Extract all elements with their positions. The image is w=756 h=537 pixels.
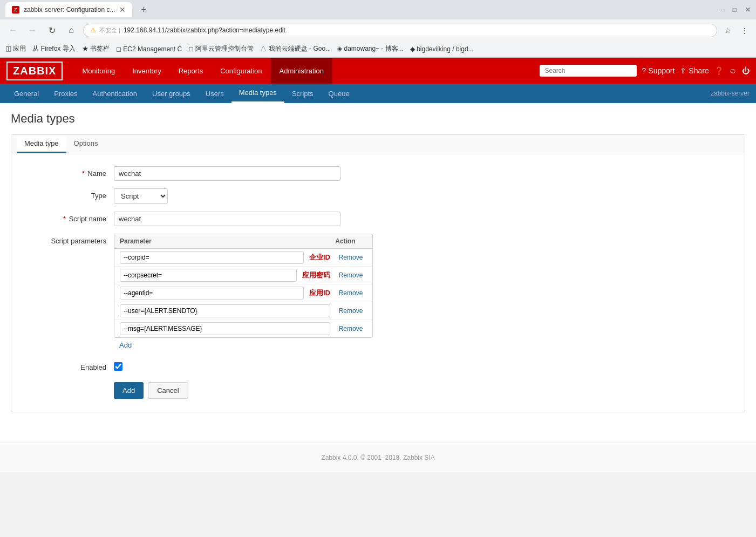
- nav-configuration[interactable]: Configuration: [212, 58, 270, 84]
- page-footer: Zabbix 4.0.0. © 2001–2018, Zabbix SIA: [0, 443, 756, 472]
- support-label: Support: [648, 66, 675, 75]
- params-table: Parameter Action 企业ID Remove: [114, 234, 373, 338]
- name-label: * Name: [28, 166, 114, 178]
- tab-favicon: Z: [12, 6, 19, 13]
- help-icon[interactable]: ❓: [714, 66, 724, 75]
- nav-reports[interactable]: Reports: [170, 58, 212, 84]
- param-row-5: Remove: [114, 320, 372, 337]
- name-row: * Name: [28, 166, 728, 181]
- add-param-link[interactable]: Add: [114, 338, 137, 352]
- subnav-usergroups[interactable]: User groups: [145, 84, 198, 103]
- remove-param-5[interactable]: Remove: [335, 325, 367, 332]
- params-container: Parameter Action 企业ID Remove: [114, 234, 373, 352]
- remove-param-3[interactable]: Remove: [335, 289, 367, 297]
- bookmark-github[interactable]: ◆ bigdevilking / bigd...: [410, 45, 474, 53]
- sub-nav: General Proxies Authentication User grou…: [0, 84, 756, 103]
- new-tab-button[interactable]: +: [137, 3, 151, 17]
- bookmark-damo[interactable]: ◈ damowang~ - 博客...: [337, 44, 404, 53]
- scriptname-input[interactable]: [114, 212, 340, 226]
- browser-titlebar: Z zabbix-server: Configuration c... ✕ + …: [0, 0, 756, 19]
- logout-icon[interactable]: ⏻: [742, 66, 750, 75]
- share-icon: ⇧: [680, 66, 686, 75]
- form-buttons: Add Cancel: [28, 382, 728, 399]
- main-panel: Media type Options * Name Type Sc: [11, 134, 745, 412]
- nav-administration[interactable]: Administration: [271, 58, 332, 84]
- bookmark-drive[interactable]: △ 我的云端硬盘 - Goo...: [260, 44, 331, 53]
- address-bar[interactable]: ⚠ 不安全 | 192.168.94.11/zabbix/zabbix.php?…: [83, 24, 717, 37]
- panel-tabs: Media type Options: [11, 135, 745, 153]
- param-input-2[interactable]: [120, 269, 297, 282]
- nav-monitoring[interactable]: Monitoring: [73, 58, 124, 84]
- panel-body: * Name Type Script Email SMS Jabber Ez T…: [11, 153, 745, 412]
- page-title: Media types: [11, 112, 745, 126]
- remove-param-1[interactable]: Remove: [335, 254, 367, 261]
- bookmark-ec2[interactable]: ◻ EC2 Management C: [116, 45, 182, 53]
- subnav-users[interactable]: Users: [198, 84, 231, 103]
- param-red-3: 应用ID: [309, 288, 330, 298]
- support-icon: ?: [642, 66, 646, 75]
- param-row-1: 企业ID Remove: [114, 249, 372, 267]
- param-input-5[interactable]: [120, 322, 330, 335]
- name-input[interactable]: [114, 166, 340, 181]
- remove-param-2[interactable]: Remove: [335, 271, 367, 279]
- param-input-4[interactable]: [120, 304, 330, 317]
- share-label: Share: [689, 66, 709, 75]
- nav-inventory[interactable]: Inventory: [124, 58, 169, 84]
- param-input-3[interactable]: [120, 287, 304, 300]
- home-button[interactable]: ⌂: [64, 23, 79, 38]
- tab-close-icon[interactable]: ✕: [119, 5, 126, 14]
- name-required: *: [82, 169, 85, 178]
- type-label: Type: [28, 188, 114, 200]
- bookmark-star-icon[interactable]: ☆: [721, 24, 734, 37]
- cancel-button[interactable]: Cancel: [148, 382, 188, 399]
- param-input-1[interactable]: [120, 251, 304, 264]
- forward-button[interactable]: →: [25, 23, 40, 38]
- close-button[interactable]: ✕: [745, 6, 751, 13]
- params-table-header: Parameter Action: [114, 234, 372, 249]
- header-search-input[interactable]: [540, 65, 637, 77]
- browser-menu-icon[interactable]: ⋮: [738, 24, 751, 37]
- col-param-header: Parameter: [120, 237, 324, 245]
- url-display: 192.168.94.11/zabbix/zabbix.php?action=m…: [124, 26, 285, 34]
- maximize-button[interactable]: □: [733, 6, 737, 13]
- bookmark-aliyun[interactable]: ◻ 阿里云管理控制台管: [188, 44, 254, 53]
- subnav-authentication[interactable]: Authentication: [85, 84, 145, 103]
- params-label: Script parameters: [28, 234, 114, 245]
- remove-param-4[interactable]: Remove: [335, 307, 367, 315]
- subnav-scripts[interactable]: Scripts: [284, 84, 321, 103]
- params-row: Script parameters Parameter Action 企: [28, 234, 728, 352]
- subnav-general[interactable]: General: [6, 84, 46, 103]
- type-select[interactable]: Script Email SMS Jabber Ez Texting: [114, 188, 168, 204]
- footer-text: Zabbix 4.0.0. © 2001–2018, Zabbix SIA: [321, 454, 434, 461]
- type-row: Type Script Email SMS Jabber Ez Texting: [28, 188, 728, 204]
- enabled-checkbox[interactable]: [114, 362, 122, 371]
- minimize-button[interactable]: ─: [719, 6, 724, 13]
- tab-mediatype[interactable]: Media type: [17, 135, 66, 153]
- zabbix-header: ZABBIX Monitoring Inventory Reports Conf…: [0, 58, 756, 84]
- add-button[interactable]: Add: [114, 382, 144, 399]
- zabbix-app: ZABBIX Monitoring Inventory Reports Conf…: [0, 58, 756, 472]
- support-link[interactable]: ? Support: [642, 66, 675, 75]
- bookmark-apps[interactable]: ◫ 应用: [5, 44, 26, 53]
- share-link[interactable]: ⇧ Share: [680, 66, 709, 75]
- reload-button[interactable]: ↻: [44, 23, 59, 38]
- subnav-mediatypes[interactable]: Media types: [231, 84, 284, 103]
- enabled-label: Enabled: [28, 360, 114, 371]
- back-button[interactable]: ←: [5, 23, 21, 38]
- user-icon[interactable]: ☺: [729, 66, 737, 75]
- header-right: ? Support ⇧ Share ❓ ☺ ⏻: [540, 65, 750, 77]
- bookmark-bookmarks[interactable]: ★ 书签栏: [82, 44, 110, 53]
- browser-actions: ☆ ⋮: [721, 24, 751, 37]
- enabled-row: Enabled: [28, 360, 728, 371]
- browser-tab[interactable]: Z zabbix-server: Configuration c... ✕: [5, 2, 132, 17]
- param-red-2: 应用密码: [302, 270, 330, 280]
- bookmark-firefox[interactable]: 从 Firefox 导入: [32, 44, 75, 53]
- subnav-proxies[interactable]: Proxies: [46, 84, 85, 103]
- param-row-4: Remove: [114, 302, 372, 320]
- scriptname-label: * Script name: [28, 212, 114, 223]
- param-row-3: 应用ID Remove: [114, 284, 372, 302]
- main-nav: Monitoring Inventory Reports Configurati…: [73, 58, 539, 84]
- security-icon: ⚠: [90, 26, 96, 34]
- tab-options[interactable]: Options: [66, 135, 106, 153]
- subnav-queue[interactable]: Queue: [321, 84, 357, 103]
